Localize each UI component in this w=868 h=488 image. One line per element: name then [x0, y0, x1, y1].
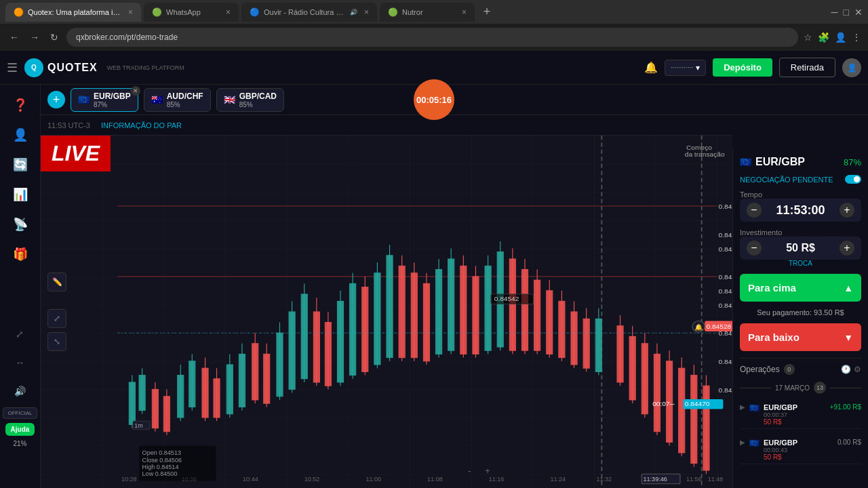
- official-badge: OFFICIAL: [3, 407, 37, 419]
- svg-text:11:32: 11:32: [596, 476, 612, 483]
- invest-label: Investimento: [740, 228, 861, 237]
- logo: Q QUOTEX WEB TRADING PLATFORM: [24, 58, 184, 77]
- close-button[interactable]: ✕: [854, 7, 863, 18]
- tab-close-whatsapp[interactable]: ×: [226, 7, 231, 17]
- para-baixo-button[interactable]: Para baixo ▼: [740, 323, 861, 351]
- clock-icon[interactable]: 🕐: [841, 365, 851, 374]
- forward-button[interactable]: →: [27, 29, 42, 45]
- back-button[interactable]: ←: [7, 29, 22, 45]
- pair-pct-eurgbp: 87%: [94, 101, 131, 108]
- info-pair-link[interactable]: INFORMAÇÃO DO PAR: [101, 121, 182, 129]
- browser-chrome: 🟠 Quotex: Uma plataforma inovad... × 🟢 W…: [0, 0, 868, 51]
- trade-flag-1: 🇪🇺: [749, 403, 760, 413]
- pair-close-eurgbp[interactable]: ✕: [131, 86, 140, 96]
- tab-favicon-quotex: 🟠: [14, 7, 24, 17]
- tab-close-quotex[interactable]: ×: [128, 7, 133, 17]
- url-input[interactable]: qxbroker.com/pt/demo-trade: [66, 28, 798, 47]
- new-tab-button[interactable]: +: [477, 3, 496, 22]
- trade-info-2: EUR/GBP 00:00:43 50 R$: [764, 439, 833, 461]
- account-selector[interactable]: ············ ▾: [665, 60, 706, 76]
- minimize-button[interactable]: ─: [831, 7, 838, 18]
- bookmark-icon[interactable]: ☆: [804, 32, 812, 43]
- svg-text:0.84440: 0.84440: [719, 274, 732, 281]
- dropdown-arrow-icon: ▾: [696, 63, 700, 73]
- sidebar-icon-gift[interactable]: 🎁: [7, 241, 34, 268]
- settings-icon[interactable]: ⚙: [854, 365, 861, 374]
- pair-header-pct: 87%: [844, 157, 861, 167]
- pair-flag-gbpcad: 🇬🇧: [224, 94, 235, 105]
- tab-whatsapp[interactable]: 🟢 WhatsApp ×: [144, 3, 239, 22]
- sidebar-icon-trade[interactable]: 🔄: [7, 151, 34, 178]
- deposit-button[interactable]: Depósito: [713, 58, 772, 77]
- trade-item-1[interactable]: ▶ 🇪🇺 EUR/GBP 00:00:37 50 R$ +91.00 R$: [740, 401, 861, 429]
- url-text: qxbroker.com/pt/demo-trade: [76, 33, 178, 42]
- trade-amount-1: 50 R$: [764, 418, 826, 426]
- tab-bar: 🟠 Quotex: Uma plataforma inovad... × 🟢 W…: [0, 0, 868, 24]
- operacoes-label: Operações: [740, 365, 780, 374]
- ajuda-button[interactable]: Ajuda: [5, 423, 35, 436]
- para-cima-button[interactable]: Para cima ▲: [740, 274, 861, 302]
- sidebar-icon-sound[interactable]: 🔊: [7, 379, 32, 403]
- operacoes-icons: 🕐 ⚙: [841, 365, 861, 374]
- trade-profit-1: +91.00 R$: [830, 403, 861, 411]
- time-decrease-button[interactable]: −: [747, 203, 762, 218]
- bell-icon[interactable]: 🔔: [644, 61, 658, 74]
- invest-decrease-button[interactable]: −: [747, 241, 762, 256]
- trade-item-2[interactable]: ▶ 🇪🇺 EUR/GBP 00:00:43 50 R$ 0.00 R$: [740, 436, 861, 464]
- refresh-button[interactable]: ↻: [47, 29, 61, 45]
- tab-radio[interactable]: 🔵 Ouvir - Rádio Cultura FM 95... 🔊 ×: [241, 3, 377, 22]
- user-avatar[interactable]: 👤: [842, 58, 861, 77]
- pencil-tool[interactable]: ✏️: [47, 272, 66, 291]
- svg-text:0.84480: 0.84480: [719, 245, 732, 253]
- svg-text:10:52: 10:52: [304, 476, 320, 483]
- maximize-button[interactable]: □: [844, 7, 849, 18]
- dots-label: ············: [671, 64, 693, 71]
- divider-line-right: [830, 388, 861, 388]
- sidebar-icon-signal[interactable]: 📡: [7, 211, 34, 238]
- withdraw-button[interactable]: Retirada: [779, 58, 835, 77]
- fullscreen-tool[interactable]: ⤢: [47, 309, 66, 328]
- tab-nutror[interactable]: 🟢 Nutror ×: [380, 3, 475, 22]
- svg-text:0.84528: 0.84528: [706, 323, 731, 330]
- sidebar-icon-user[interactable]: 👤: [7, 121, 34, 148]
- svg-text:0.84420: 0.84420: [719, 287, 732, 295]
- time-control: − 11:53:00 +: [740, 199, 861, 222]
- pair-header-flag: 🇪🇺: [740, 157, 751, 167]
- extensions-icon[interactable]: 🧩: [818, 32, 829, 43]
- time-value: 11:53:00: [776, 203, 825, 218]
- invest-increase-button[interactable]: +: [840, 241, 854, 256]
- svg-text:00:07─: 00:07─: [652, 401, 675, 408]
- sidebar-icon-move[interactable]: ⤢: [7, 322, 32, 346]
- profile-icon[interactable]: 👤: [835, 32, 846, 43]
- tab-favicon-nutror: 🟢: [388, 7, 398, 17]
- trade-time-2: 00:00:43: [764, 447, 833, 453]
- chart-area[interactable]: LIVE ✏️ ⤢ ⤡: [41, 136, 732, 488]
- sidebar-icon-chart[interactable]: 📊: [7, 181, 34, 208]
- date-count: 13: [814, 382, 826, 394]
- add-pair-button[interactable]: +: [47, 91, 65, 108]
- negociacao-label: NEGOCIAÇÃO PENDENTE: [740, 176, 833, 184]
- expand-icon-2[interactable]: ▶: [740, 439, 745, 446]
- time-increase-button[interactable]: +: [840, 203, 854, 218]
- sidebar-icon-help[interactable]: ❓: [7, 92, 34, 119]
- pair-flag-eurgbp: 🇪🇺: [78, 94, 90, 105]
- tab-close-radio[interactable]: ×: [364, 7, 369, 17]
- arrows-tool[interactable]: ⤡: [47, 332, 66, 351]
- pair-item-eurgbp[interactable]: 🇪🇺 EUR/GBP 87% ✕: [71, 88, 138, 112]
- tab-close-nutror[interactable]: ×: [462, 7, 467, 17]
- hamburger-menu[interactable]: ☰: [7, 60, 18, 75]
- troca-link[interactable]: TROCA: [740, 260, 861, 267]
- pair-pct-gbpcad: 85%: [239, 101, 277, 108]
- date-label: 17 MARÇO: [775, 384, 810, 392]
- svg-text:11:24: 11:24: [550, 476, 566, 483]
- percent-badge: 21%: [13, 440, 26, 447]
- expand-icon-1[interactable]: ▶: [740, 403, 745, 411]
- tab-quotex[interactable]: 🟠 Quotex: Uma plataforma inovad... ×: [5, 3, 141, 22]
- sidebar-icon-arrows[interactable]: ↔: [7, 350, 32, 375]
- negociacao-toggle[interactable]: [845, 175, 861, 184]
- invest-control: − 50 R$ +: [740, 237, 861, 260]
- menu-icon[interactable]: ⋮: [852, 32, 861, 43]
- pair-item-gbpcad[interactable]: 🇬🇧 GBP/CAD 85%: [216, 88, 284, 112]
- timer-value: 00:05:16: [416, 95, 452, 105]
- pair-item-audchf[interactable]: 🇦🇺 AUD/CHF 85%: [144, 88, 211, 112]
